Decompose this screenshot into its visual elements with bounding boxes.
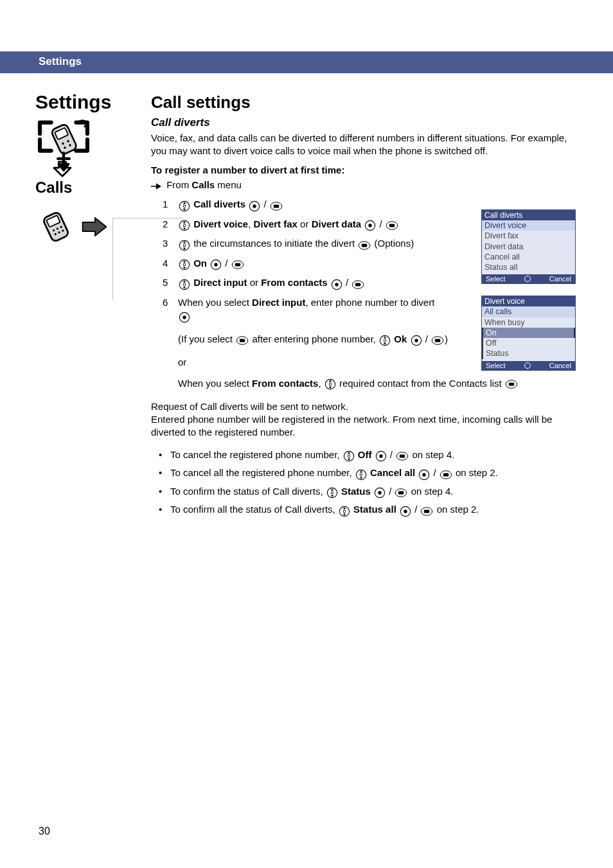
from-menu-line: From Calls menu xyxy=(151,179,581,191)
svg-point-75 xyxy=(348,455,350,457)
svg-marker-37 xyxy=(183,247,186,249)
nav-updown-icon xyxy=(179,218,190,231)
step-4: On / xyxy=(163,254,445,274)
step1-bold: Call diverts xyxy=(193,199,245,209)
svg-marker-63 xyxy=(384,343,387,345)
step5-b2: From contacts xyxy=(261,277,327,288)
ps1-soft-mid-icon xyxy=(524,276,531,282)
register-heading: To register a number to divert at first … xyxy=(151,164,581,175)
svg-rect-81 xyxy=(400,455,405,458)
softkey-icon xyxy=(395,485,407,499)
step6-post: , enter phone number to divert xyxy=(305,297,434,308)
intro-paragraph: Voice, fax, and data calls can be divert… xyxy=(151,132,581,158)
svg-marker-51 xyxy=(183,287,186,288)
ps1-row-3: Cancel all xyxy=(482,252,575,262)
ps2-soft-mid-icon xyxy=(524,362,531,369)
svg-point-57 xyxy=(182,316,186,319)
softkey-icon xyxy=(351,277,364,290)
ps2-title: Divert voice xyxy=(482,296,575,306)
ps1-row-0: Divert voice xyxy=(482,220,575,231)
ps1-soft-left: Select xyxy=(486,275,506,283)
svg-rect-97 xyxy=(398,492,404,495)
fc-post: required contact from the Contacts list xyxy=(339,378,504,389)
svg-point-23 xyxy=(253,204,256,208)
svg-marker-42 xyxy=(183,260,186,262)
request-paragraph: Request of Call diverts will be sent to … xyxy=(151,400,581,439)
pointer-right-icon xyxy=(151,182,161,190)
svg-point-35 xyxy=(183,244,186,247)
svg-rect-89 xyxy=(443,473,449,476)
softkey-icon xyxy=(231,257,244,270)
slash: / xyxy=(225,258,230,269)
steps-list: Call diverts / Divert voice, Divert fax … xyxy=(163,195,445,326)
ps1-title: Call diverts xyxy=(482,210,575,220)
svg-marker-43 xyxy=(183,267,186,269)
heading-call-settings: Call settings xyxy=(151,93,581,112)
subheading-call-diverts: Call diverts xyxy=(151,116,581,129)
nav-updown-icon xyxy=(379,333,391,348)
ps1-row-4: Status all xyxy=(482,262,575,272)
if-end: ) xyxy=(445,333,448,344)
svg-point-61 xyxy=(384,339,386,342)
svg-marker-84 xyxy=(360,470,363,472)
softkey-icon xyxy=(270,199,283,212)
slash: / xyxy=(380,218,385,229)
ps2-row-1: When busy xyxy=(482,317,575,328)
svg-marker-50 xyxy=(183,280,186,282)
b2-post: on step 2. xyxy=(456,467,498,478)
softkey-icon xyxy=(396,448,409,462)
svg-point-45 xyxy=(214,263,217,267)
step-1: Call diverts / xyxy=(163,195,445,215)
nav-updown-icon xyxy=(324,376,336,391)
center-key-icon xyxy=(179,310,190,323)
nav-updown-icon xyxy=(179,199,190,212)
center-key-icon xyxy=(364,218,376,231)
right-arrow-solid-icon xyxy=(80,215,109,238)
svg-point-91 xyxy=(331,492,333,494)
svg-marker-70 xyxy=(329,380,332,382)
svg-marker-77 xyxy=(347,459,350,461)
b2-bold: Cancel all xyxy=(370,467,415,478)
softkey-icon xyxy=(358,238,371,251)
svg-marker-36 xyxy=(183,241,186,243)
fc-pre: When you select xyxy=(178,378,252,389)
slash: / xyxy=(346,277,351,288)
step3-text: the circumstances to initiate the divert xyxy=(193,238,357,249)
svg-marker-20 xyxy=(183,202,186,204)
step2-sep1: , xyxy=(248,218,253,229)
svg-point-87 xyxy=(423,473,426,476)
svg-rect-55 xyxy=(355,283,360,286)
center-key-icon xyxy=(249,199,260,212)
if-ok: Ok xyxy=(394,333,407,344)
nav-updown-icon xyxy=(179,238,190,251)
slash: / xyxy=(425,333,431,344)
ps1-soft-right: Cancel xyxy=(549,275,571,283)
page-number: 30 xyxy=(39,826,50,837)
svg-point-49 xyxy=(183,283,186,286)
b4-bold: Status all xyxy=(353,504,396,515)
svg-point-65 xyxy=(414,339,418,342)
svg-point-19 xyxy=(183,205,186,208)
step2-b2: Divert fax xyxy=(254,218,298,229)
svg-point-95 xyxy=(378,492,381,495)
center-key-icon xyxy=(374,485,386,499)
down-arrow-open-icon xyxy=(49,161,75,177)
ps1-row-1: Divert fax xyxy=(482,231,575,241)
bullet-2: To cancel all the registered phone numbe… xyxy=(159,464,581,483)
svg-point-83 xyxy=(360,474,362,476)
b3-post: on step 4. xyxy=(411,486,454,497)
slash: / xyxy=(414,504,420,515)
svg-marker-21 xyxy=(183,208,186,210)
step-3: the circumstances to initiate the divert… xyxy=(163,234,445,254)
step2-b3: Divert data xyxy=(312,218,362,229)
svg-point-99 xyxy=(343,510,346,513)
center-key-icon xyxy=(210,257,222,270)
svg-marker-92 xyxy=(331,489,334,491)
left-column: Settings xyxy=(35,93,145,519)
from-post: menu xyxy=(215,179,242,190)
ps2-soft-left: Select xyxy=(486,362,506,369)
step5-sep: or xyxy=(247,277,262,288)
ps2-row-3: Off xyxy=(482,338,575,348)
slash: / xyxy=(389,486,394,497)
step2-sep2: or xyxy=(298,218,312,229)
